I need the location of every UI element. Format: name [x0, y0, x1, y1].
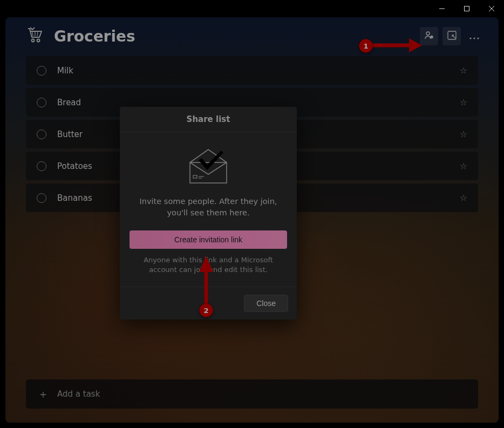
- dialog-title: Share list: [120, 107, 297, 132]
- header-actions: [420, 27, 483, 45]
- task-row[interactable]: Milk ☆: [26, 56, 478, 85]
- star-icon[interactable]: ☆: [460, 161, 467, 171]
- more-options-button[interactable]: [465, 27, 483, 45]
- share-icon: [424, 30, 434, 42]
- focus-view-icon: [447, 31, 457, 42]
- task-label: Bread: [57, 98, 460, 107]
- star-icon[interactable]: ☆: [460, 97, 467, 107]
- focus-view-button[interactable]: [442, 27, 461, 45]
- close-button[interactable]: Close: [244, 295, 288, 312]
- svg-line-5: [32, 28, 35, 30]
- app-window: Groceries: [0, 0, 504, 428]
- annotation-badge-1: 1: [359, 39, 373, 53]
- add-task-bar[interactable]: ＋ Add a task: [26, 379, 478, 409]
- star-icon[interactable]: ☆: [460, 65, 467, 76]
- cart-icon: [27, 27, 44, 45]
- task-checkbox[interactable]: [37, 130, 46, 139]
- svg-point-11: [426, 32, 430, 35]
- window-close-button[interactable]: [479, 0, 504, 17]
- content-area: Groceries: [5, 17, 499, 423]
- svg-point-10: [37, 39, 40, 42]
- envelope-check-icon: [130, 146, 287, 185]
- share-list-dialog: Share list Invite some people. After the…: [120, 107, 297, 320]
- more-options-icon: [469, 31, 479, 42]
- task-checkbox[interactable]: [37, 66, 46, 76]
- star-icon[interactable]: ☆: [460, 193, 467, 203]
- task-label: Milk: [57, 66, 460, 76]
- svg-rect-20: [193, 175, 197, 178]
- invite-text: Invite some people. After they join, you…: [130, 196, 287, 219]
- task-checkbox[interactable]: [37, 161, 46, 171]
- annotation-badge-2: 2: [199, 303, 213, 317]
- star-icon[interactable]: ☆: [460, 129, 467, 139]
- title-bar: [0, 0, 504, 17]
- svg-line-8: [37, 32, 38, 36]
- list-header: Groceries: [5, 17, 499, 51]
- share-button[interactable]: [420, 27, 438, 45]
- task-checkbox[interactable]: [37, 193, 46, 203]
- svg-line-6: [32, 32, 33, 36]
- dialog-sub-text: Anyone with this link and a Microsoft ac…: [130, 255, 287, 275]
- add-task-placeholder: Add a task: [57, 389, 100, 399]
- create-invitation-link-button[interactable]: Create invitation link: [130, 230, 287, 249]
- plus-icon: ＋: [38, 387, 49, 402]
- svg-point-18: [477, 37, 479, 39]
- svg-point-17: [473, 37, 475, 39]
- window-maximize-button[interactable]: [454, 0, 479, 17]
- window-minimize-button[interactable]: [430, 0, 454, 17]
- dialog-body: Invite some people. After they join, you…: [120, 132, 297, 287]
- svg-point-9: [32, 39, 35, 42]
- svg-rect-1: [465, 6, 469, 11]
- svg-point-16: [469, 37, 471, 39]
- task-checkbox[interactable]: [37, 98, 46, 107]
